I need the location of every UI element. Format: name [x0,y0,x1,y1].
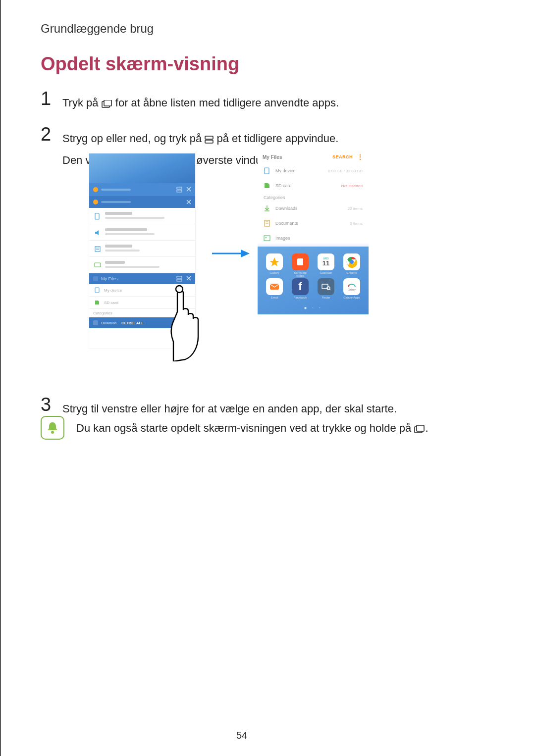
phone-right: My Files SEARCH ⋮ My device 0.00 GB / 32… [258,151,369,314]
sd-card-label: SD card [104,301,118,305]
split-icon [176,276,182,282]
my-device-label: My device [275,168,296,173]
list-item: Images [258,231,369,243]
list-item: My device 0.00 GB / 32.00 GB [258,163,369,178]
documents-label: Documents [275,221,298,226]
app-drawer: Gallery Samsung Notes WED 11 Calendar [258,247,369,314]
app-gallery: Gallery [265,253,284,275]
app-label: Galaxy Apps [342,296,362,300]
page-title: Opdelt skærm-visning [41,53,239,75]
app-chrome: Chrome [342,253,362,275]
list-item [89,241,195,257]
svg-rect-16 [177,279,182,281]
step-3-number: 3 [41,395,58,414]
app-calendar: WED 11 Calendar [316,253,336,275]
app-label: Finder [316,296,336,300]
connections-icon [94,213,101,220]
app-label: Calendar [316,271,336,275]
downloads-count: 22 items [348,206,363,211]
images-icon [264,235,270,242]
chrome-icon [343,253,360,270]
svg-rect-10 [95,213,99,219]
svg-rect-34 [270,284,279,290]
sd-card-icon [264,182,270,189]
step-2-number: 2 [41,125,58,144]
phone-left-settings-list [89,208,195,273]
svg-rect-3 [205,140,213,143]
close-all-label: CLOSE ALL [121,321,144,325]
categories-label: Categories [258,193,369,201]
split-window-icon [205,131,214,149]
search-label: SEARCH [332,154,353,159]
myfiles-title: My Files [263,154,332,160]
download-icon [264,205,270,212]
notifications-icon [94,246,101,252]
list-item [89,208,195,224]
split-icon [176,187,182,193]
app-label: Facebook [290,296,310,300]
settings-icon [93,200,98,204]
pager-dots: ● · · [262,303,365,310]
tip-callout: Du kan også starte opdelt skærm-visninge… [41,416,428,440]
step-2-line1-before: Stryg op eller ned, og tryk på [62,132,205,145]
phone-left-wallpaper [89,153,195,183]
svg-rect-31 [297,258,303,265]
phone-right-header: My Files SEARCH ⋮ [258,151,369,163]
close-icon [186,200,191,204]
page-number: 54 [0,730,509,741]
bell-icon [45,420,60,435]
calendar-day: 11 [322,260,329,266]
app-row: Email f Facebook Finder [262,278,365,300]
tip-icon [41,416,64,440]
device-icon [264,167,270,174]
galaxy-label: Galaxy [348,288,356,291]
documents-icon [264,220,270,227]
step-2-line1-after: på et tidligere appvindue. [217,132,339,145]
sd-card-icon [94,300,100,305]
svg-rect-15 [177,276,182,278]
gallery-icon [266,253,283,270]
tip-after: . [425,422,428,434]
hand-pointer-icon [168,282,208,361]
app-label: Chrome [342,271,362,275]
download-icon [93,320,98,325]
app-label: Samsung Notes [290,271,310,275]
svg-line-37 [329,289,330,290]
step-1-text-after: for at åbne listen med tidligere anvendt… [115,97,339,109]
galaxy-apps-icon: Galaxy [343,278,360,295]
sd-status: Not inserted [341,184,363,188]
recent-apps-icon [414,423,425,436]
list-item: SD card Not inserted [258,178,369,193]
phone-left-tab-internet [89,183,195,196]
divider [258,243,369,247]
downloa-label: Downloa [101,321,116,325]
app-samsung-notes: Samsung Notes [290,253,310,275]
display-icon [94,262,101,269]
list-item [89,257,195,273]
svg-rect-11 [95,247,100,252]
arrow-right-icon [211,248,251,261]
svg-rect-4 [177,187,182,189]
downloads-label: Downloads [275,206,298,211]
illustration: My Files My device SD card Categories Do… [89,149,386,371]
tab-label-placeholder [101,189,131,191]
app-finder: Finder [316,278,336,300]
close-icon [186,187,191,192]
svg-rect-2 [205,136,213,139]
svg-rect-14 [95,263,101,267]
device-icon [94,287,100,293]
step-3-text: Stryg til venstre eller højre for at væl… [62,400,397,417]
internet-icon [93,187,98,192]
breadcrumb: Grundlæggende brug [41,22,154,36]
app-galaxy-apps: Galaxy Galaxy Apps [342,278,362,300]
step-1-body: Tryk på for at åbne listen med tidligere… [62,89,339,116]
phone-left-tab-settings [89,196,195,208]
list-item [89,224,195,241]
documents-count: 0 items [350,221,363,226]
svg-point-20 [176,286,183,293]
tab-label-placeholder [101,201,131,203]
svg-rect-23 [265,168,269,174]
recent-apps-icon [102,96,112,113]
my-device-label: My device [104,288,122,293]
finder-icon [318,278,334,295]
